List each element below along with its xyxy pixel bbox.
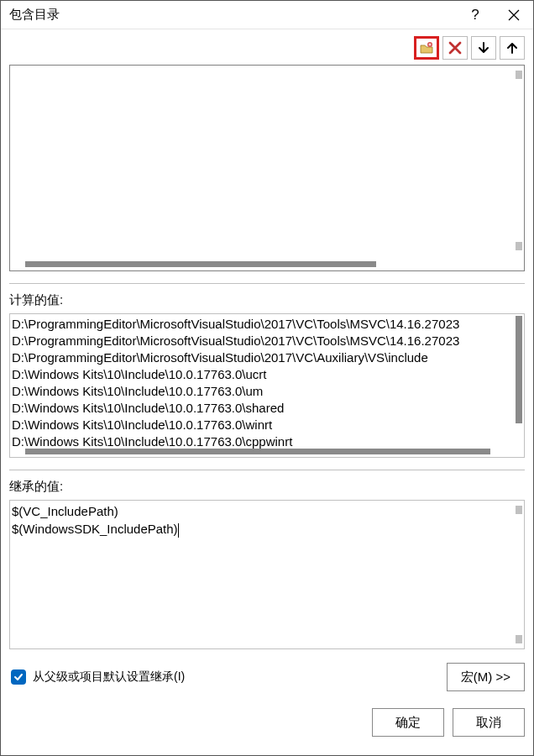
computed-values-list: D:\ProgrammingEditor\MicrosoftVisualStud… [10, 314, 524, 450]
inherited-values-list: $(VC_IncludePath) $(WindowsSDK_IncludePa… [10, 501, 524, 538]
list-item: D:\Windows Kits\10\Include\10.0.17763.0\… [12, 366, 524, 383]
inherited-values-box[interactable]: $(VC_IncludePath) $(WindowsSDK_IncludePa… [9, 500, 525, 649]
close-button[interactable] [495, 1, 533, 29]
titlebar: 包含目录 ? [1, 1, 533, 29]
list-item: D:\ProgrammingEditor\MicrosoftVisualStud… [12, 316, 524, 333]
inherit-checkbox-label: 从父级或项目默认设置继承(I) [33, 669, 185, 685]
close-icon [508, 9, 520, 21]
list-item: D:\Windows Kits\10\Include\10.0.17763.0\… [12, 417, 524, 433]
inherited-values-label: 继承的值: [9, 479, 525, 495]
help-button[interactable]: ? [456, 1, 495, 29]
list-item-text: $(WindowsSDK_IncludePath) [12, 522, 178, 536]
computed-values-label: 计算的值: [9, 292, 525, 308]
scrollbar-button[interactable] [516, 635, 522, 643]
list-item: D:\ProgrammingEditor\MicrosoftVisualStud… [12, 349, 524, 366]
checkbox-icon [11, 669, 26, 685]
macros-button[interactable]: 宏(M) >> [447, 663, 525, 691]
divider [9, 470, 525, 470]
text-cursor [178, 523, 179, 538]
scrollbar-thumb[interactable] [25, 261, 376, 267]
cancel-button[interactable]: 取消 [453, 708, 525, 737]
move-down-button[interactable] [471, 36, 496, 60]
list-item: $(VC_IncludePath) [12, 502, 524, 520]
arrow-up-icon [505, 40, 520, 55]
directories-editor[interactable] [9, 65, 525, 271]
scrollbar-thumb[interactable] [516, 71, 522, 79]
list-item: $(WindowsSDK_IncludePath) [12, 520, 524, 538]
list-item: D:\Windows Kits\10\Include\10.0.17763.0\… [12, 400, 524, 417]
new-line-button[interactable] [414, 36, 439, 60]
move-up-button[interactable] [500, 36, 525, 60]
scrollbar-thumb[interactable] [25, 449, 490, 454]
inherit-from-parent-checkbox[interactable]: 从父级或项目默认设置继承(I) [11, 669, 185, 685]
list-item: D:\ProgrammingEditor\MicrosoftVisualStud… [12, 333, 524, 349]
scrollbar-thumb[interactable] [516, 242, 522, 250]
list-toolbar [9, 36, 525, 60]
divider [9, 283, 525, 284]
computed-values-box[interactable]: D:\ProgrammingEditor\MicrosoftVisualStud… [9, 313, 525, 458]
arrow-down-icon [476, 40, 491, 55]
delete-icon [448, 40, 463, 55]
new-folder-icon [419, 40, 434, 55]
list-item: D:\Windows Kits\10\Include\10.0.17763.0\… [12, 433, 524, 450]
scrollbar-button[interactable] [516, 506, 522, 514]
dialog-title: 包含目录 [9, 7, 60, 23]
ok-button[interactable]: 确定 [372, 708, 444, 737]
delete-line-button[interactable] [442, 36, 468, 60]
list-item: D:\Windows Kits\10\Include\10.0.17763.0\… [12, 383, 524, 400]
scrollbar-thumb[interactable] [516, 316, 522, 423]
